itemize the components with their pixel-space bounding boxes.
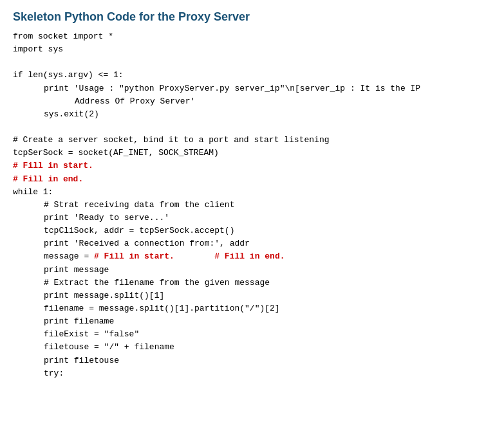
blank-2 — [13, 121, 491, 134]
line-20: filename = message.split()[1].partition(… — [13, 302, 491, 315]
line-10: # Fill in end. — [13, 173, 491, 186]
code-block: from socket import * import sys if len(s… — [13, 30, 491, 380]
line-7: # Create a server socket, bind it to a p… — [13, 134, 491, 147]
line-4: print 'Usage : "python ProxyServer.py se… — [13, 82, 491, 95]
page-title: Skeleton Python Code for the Proxy Serve… — [13, 10, 491, 24]
line-13: print 'Ready to serve...' — [13, 212, 491, 224]
line-15: print 'Received a connection from:', add… — [13, 237, 491, 250]
line-24: print filetouse — [13, 354, 491, 367]
line-14: tcpCliSock, addr = tcpSerSock.accept() — [13, 224, 491, 237]
line-22: fileExist = "false" — [13, 328, 491, 341]
line-5: Address Of Proxy Server' — [13, 95, 491, 108]
line-21: print filename — [13, 315, 491, 328]
line-11: while 1: — [13, 186, 491, 199]
line-3: if len(sys.argv) <= 1: — [13, 69, 491, 82]
line-1: from socket import * — [13, 30, 491, 43]
line-16: message = # Fill in start. # Fill in end… — [13, 250, 491, 263]
line-23: filetouse = "/" + filename — [13, 341, 491, 354]
line-18: # Extract the filename from the given me… — [13, 277, 491, 289]
line-2: import sys — [13, 43, 491, 56]
line-9: # Fill in start. — [13, 160, 491, 172]
line-17: print message — [13, 264, 491, 277]
line-6: sys.exit(2) — [13, 108, 491, 121]
blank-1 — [13, 56, 491, 69]
line-12: # Strat receiving data from the client — [13, 199, 491, 212]
line-19: print message.split()[1] — [13, 289, 491, 302]
line-25: try: — [13, 367, 491, 380]
line-8: tcpSerSock = socket(AF_INET, SOCK_STREAM… — [13, 147, 491, 160]
